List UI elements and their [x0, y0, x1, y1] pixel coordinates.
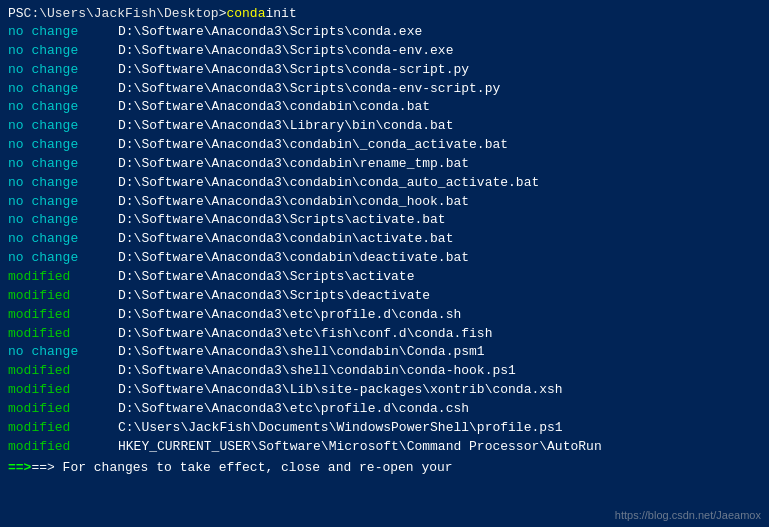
- output-line: modified D:\Software\Anaconda3\Scripts\a…: [8, 268, 761, 287]
- status-label: modified: [8, 438, 118, 457]
- path-text: D:\Software\Anaconda3\Scripts\conda-env-…: [118, 80, 500, 99]
- status-label: modified: [8, 400, 118, 419]
- path-text: D:\Software\Anaconda3\condabin\_conda_ac…: [118, 136, 508, 155]
- path-text: D:\Software\Anaconda3\Scripts\conda-scri…: [118, 61, 469, 80]
- path-text: D:\Software\Anaconda3\condabin\rename_tm…: [118, 155, 469, 174]
- footer-line: ==> ==> For changes to take effect, clos…: [8, 460, 761, 475]
- watermark: https://blog.csdn.net/Jaeamox: [615, 509, 761, 521]
- output-line: no change D:\Software\Anaconda3\condabin…: [8, 249, 761, 268]
- prompt-line: PS C:\Users\JackFish\Desktop > conda ini…: [8, 6, 761, 21]
- status-label: no change: [8, 230, 118, 249]
- output-line: no change D:\Software\Anaconda3\condabin…: [8, 230, 761, 249]
- status-label: no change: [8, 155, 118, 174]
- status-label: no change: [8, 343, 118, 362]
- status-label: modified: [8, 362, 118, 381]
- status-label: no change: [8, 42, 118, 61]
- path-text: D:\Software\Anaconda3\condabin\deactivat…: [118, 249, 469, 268]
- status-label: no change: [8, 80, 118, 99]
- output-line: modified D:\Software\Anaconda3\etc\fish\…: [8, 325, 761, 344]
- output-line: modified D:\Software\Anaconda3\Scripts\d…: [8, 287, 761, 306]
- output-line: modified D:\Software\Anaconda3\Lib\site-…: [8, 381, 761, 400]
- output-line: no change D:\Software\Anaconda3\condabin…: [8, 98, 761, 117]
- footer-arrow: ==>: [8, 460, 31, 475]
- output-line: no change D:\Software\Anaconda3\Scripts\…: [8, 61, 761, 80]
- status-label: modified: [8, 325, 118, 344]
- output-line: no change D:\Software\Anaconda3\shell\co…: [8, 343, 761, 362]
- path-text: D:\Software\Anaconda3\Lib\site-packages\…: [118, 381, 563, 400]
- output-line: no change D:\Software\Anaconda3\Scripts\…: [8, 42, 761, 61]
- footer-text: ==> For changes to take effect, close an…: [31, 460, 452, 475]
- path-text: D:\Software\Anaconda3\Library\bin\conda.…: [118, 117, 453, 136]
- output-line: no change D:\Software\Anaconda3\Scripts\…: [8, 80, 761, 99]
- path-text: D:\Software\Anaconda3\etc\profile.d\cond…: [118, 400, 469, 419]
- path-text: D:\Software\Anaconda3\condabin\conda_aut…: [118, 174, 539, 193]
- prompt-ps: PS: [8, 6, 24, 21]
- path-text: D:\Software\Anaconda3\condabin\conda.bat: [118, 98, 430, 117]
- cmd-conda: conda: [226, 6, 265, 21]
- path-text: D:\Software\Anaconda3\Scripts\conda.exe: [118, 23, 422, 42]
- status-label: no change: [8, 117, 118, 136]
- path-text: D:\Software\Anaconda3\Scripts\deactivate: [118, 287, 430, 306]
- status-label: no change: [8, 193, 118, 212]
- status-label: modified: [8, 287, 118, 306]
- path-text: D:\Software\Anaconda3\shell\condabin\Con…: [118, 343, 485, 362]
- output-line: modified D:\Software\Anaconda3\etc\profi…: [8, 306, 761, 325]
- output-line: modified D:\Software\Anaconda3\etc\profi…: [8, 400, 761, 419]
- output-line: modified HKEY_CURRENT_USER\Software\Micr…: [8, 438, 761, 457]
- status-label: modified: [8, 306, 118, 325]
- output-line: no change D:\Software\Anaconda3\Scripts\…: [8, 211, 761, 230]
- path-text: HKEY_CURRENT_USER\Software\Microsoft\Com…: [118, 438, 602, 457]
- prompt-path: C:\Users\JackFish\Desktop: [24, 6, 219, 21]
- status-label: modified: [8, 419, 118, 438]
- path-text: D:\Software\Anaconda3\etc\profile.d\cond…: [118, 306, 461, 325]
- status-label: no change: [8, 249, 118, 268]
- path-text: D:\Software\Anaconda3\shell\condabin\con…: [118, 362, 516, 381]
- output-line: no change D:\Software\Anaconda3\condabin…: [8, 155, 761, 174]
- status-label: no change: [8, 136, 118, 155]
- path-text: D:\Software\Anaconda3\Scripts\conda-env.…: [118, 42, 453, 61]
- status-label: modified: [8, 268, 118, 287]
- output-line: no change D:\Software\Anaconda3\condabin…: [8, 174, 761, 193]
- output-lines: no change D:\Software\Anaconda3\Scripts\…: [8, 23, 761, 456]
- output-line: no change D:\Software\Anaconda3\condabin…: [8, 193, 761, 212]
- output-line: modified C:\Users\JackFish\Documents\Win…: [8, 419, 761, 438]
- output-line: modified D:\Software\Anaconda3\shell\con…: [8, 362, 761, 381]
- output-line: no change D:\Software\Anaconda3\condabin…: [8, 136, 761, 155]
- terminal-window: PS C:\Users\JackFish\Desktop > conda ini…: [0, 0, 769, 527]
- status-label: no change: [8, 23, 118, 42]
- status-label: modified: [8, 381, 118, 400]
- output-line: no change D:\Software\Anaconda3\Library\…: [8, 117, 761, 136]
- path-text: D:\Software\Anaconda3\condabin\activate.…: [118, 230, 453, 249]
- prompt-arrow: >: [219, 6, 227, 21]
- path-text: D:\Software\Anaconda3\Scripts\activate: [118, 268, 414, 287]
- path-text: D:\Software\Anaconda3\etc\fish\conf.d\co…: [118, 325, 492, 344]
- status-label: no change: [8, 61, 118, 80]
- path-text: C:\Users\JackFish\Documents\WindowsPower…: [118, 419, 563, 438]
- path-text: D:\Software\Anaconda3\condabin\conda_hoo…: [118, 193, 469, 212]
- path-text: D:\Software\Anaconda3\Scripts\activate.b…: [118, 211, 446, 230]
- status-label: no change: [8, 174, 118, 193]
- status-label: no change: [8, 98, 118, 117]
- status-label: no change: [8, 211, 118, 230]
- cmd-rest: init: [265, 6, 296, 21]
- output-line: no change D:\Software\Anaconda3\Scripts\…: [8, 23, 761, 42]
